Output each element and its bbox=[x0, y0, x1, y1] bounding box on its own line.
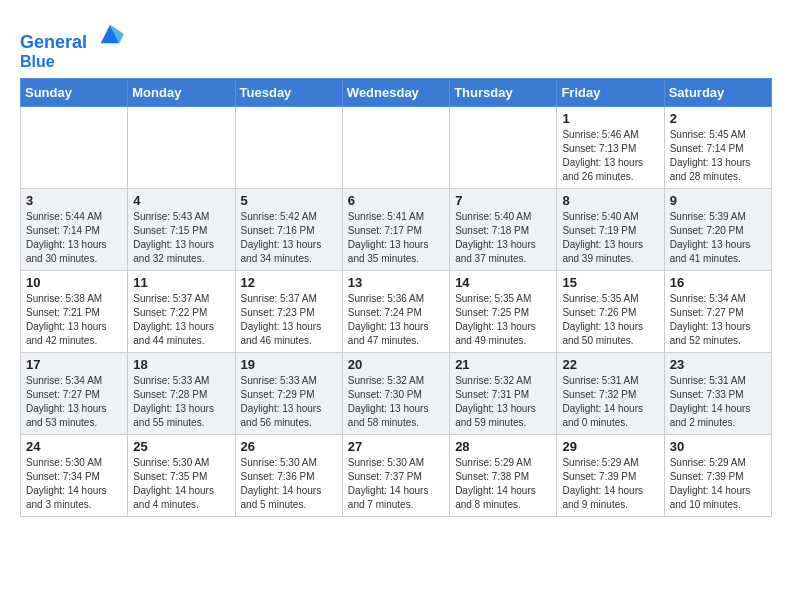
calendar-cell: 5Sunrise: 5:42 AM Sunset: 7:16 PM Daylig… bbox=[235, 189, 342, 271]
calendar-cell: 4Sunrise: 5:43 AM Sunset: 7:15 PM Daylig… bbox=[128, 189, 235, 271]
calendar-week-5: 24Sunrise: 5:30 AM Sunset: 7:34 PM Dayli… bbox=[21, 435, 772, 517]
day-detail: Sunrise: 5:31 AM Sunset: 7:32 PM Dayligh… bbox=[562, 374, 658, 430]
day-detail: Sunrise: 5:40 AM Sunset: 7:18 PM Dayligh… bbox=[455, 210, 551, 266]
calendar-body: 1Sunrise: 5:46 AM Sunset: 7:13 PM Daylig… bbox=[21, 107, 772, 517]
day-detail: Sunrise: 5:34 AM Sunset: 7:27 PM Dayligh… bbox=[670, 292, 766, 348]
calendar-cell bbox=[128, 107, 235, 189]
weekday-tuesday: Tuesday bbox=[235, 79, 342, 107]
day-detail: Sunrise: 5:39 AM Sunset: 7:20 PM Dayligh… bbox=[670, 210, 766, 266]
day-number: 11 bbox=[133, 275, 229, 290]
calendar-table: SundayMondayTuesdayWednesdayThursdayFrid… bbox=[20, 78, 772, 517]
day-detail: Sunrise: 5:33 AM Sunset: 7:29 PM Dayligh… bbox=[241, 374, 337, 430]
calendar-header: SundayMondayTuesdayWednesdayThursdayFrid… bbox=[21, 79, 772, 107]
day-detail: Sunrise: 5:30 AM Sunset: 7:34 PM Dayligh… bbox=[26, 456, 122, 512]
day-detail: Sunrise: 5:30 AM Sunset: 7:36 PM Dayligh… bbox=[241, 456, 337, 512]
logo: General Blue bbox=[20, 20, 124, 70]
calendar-cell bbox=[235, 107, 342, 189]
calendar-cell: 23Sunrise: 5:31 AM Sunset: 7:33 PM Dayli… bbox=[664, 353, 771, 435]
calendar-cell: 10Sunrise: 5:38 AM Sunset: 7:21 PM Dayli… bbox=[21, 271, 128, 353]
calendar-cell: 18Sunrise: 5:33 AM Sunset: 7:28 PM Dayli… bbox=[128, 353, 235, 435]
day-detail: Sunrise: 5:29 AM Sunset: 7:39 PM Dayligh… bbox=[562, 456, 658, 512]
day-number: 10 bbox=[26, 275, 122, 290]
logo-text: General bbox=[20, 20, 124, 53]
day-detail: Sunrise: 5:44 AM Sunset: 7:14 PM Dayligh… bbox=[26, 210, 122, 266]
day-number: 3 bbox=[26, 193, 122, 208]
day-number: 21 bbox=[455, 357, 551, 372]
day-number: 5 bbox=[241, 193, 337, 208]
calendar-cell: 12Sunrise: 5:37 AM Sunset: 7:23 PM Dayli… bbox=[235, 271, 342, 353]
day-number: 26 bbox=[241, 439, 337, 454]
calendar-cell: 2Sunrise: 5:45 AM Sunset: 7:14 PM Daylig… bbox=[664, 107, 771, 189]
day-detail: Sunrise: 5:29 AM Sunset: 7:39 PM Dayligh… bbox=[670, 456, 766, 512]
day-detail: Sunrise: 5:35 AM Sunset: 7:25 PM Dayligh… bbox=[455, 292, 551, 348]
calendar-cell bbox=[342, 107, 449, 189]
day-number: 19 bbox=[241, 357, 337, 372]
calendar-cell: 9Sunrise: 5:39 AM Sunset: 7:20 PM Daylig… bbox=[664, 189, 771, 271]
calendar-cell: 8Sunrise: 5:40 AM Sunset: 7:19 PM Daylig… bbox=[557, 189, 664, 271]
day-number: 7 bbox=[455, 193, 551, 208]
day-number: 1 bbox=[562, 111, 658, 126]
calendar-cell: 21Sunrise: 5:32 AM Sunset: 7:31 PM Dayli… bbox=[450, 353, 557, 435]
day-number: 25 bbox=[133, 439, 229, 454]
calendar-cell: 16Sunrise: 5:34 AM Sunset: 7:27 PM Dayli… bbox=[664, 271, 771, 353]
day-number: 8 bbox=[562, 193, 658, 208]
calendar-week-3: 10Sunrise: 5:38 AM Sunset: 7:21 PM Dayli… bbox=[21, 271, 772, 353]
calendar-cell: 30Sunrise: 5:29 AM Sunset: 7:39 PM Dayli… bbox=[664, 435, 771, 517]
calendar-cell: 26Sunrise: 5:30 AM Sunset: 7:36 PM Dayli… bbox=[235, 435, 342, 517]
day-number: 13 bbox=[348, 275, 444, 290]
day-number: 24 bbox=[26, 439, 122, 454]
day-detail: Sunrise: 5:33 AM Sunset: 7:28 PM Dayligh… bbox=[133, 374, 229, 430]
day-detail: Sunrise: 5:41 AM Sunset: 7:17 PM Dayligh… bbox=[348, 210, 444, 266]
calendar-cell: 14Sunrise: 5:35 AM Sunset: 7:25 PM Dayli… bbox=[450, 271, 557, 353]
calendar-cell: 1Sunrise: 5:46 AM Sunset: 7:13 PM Daylig… bbox=[557, 107, 664, 189]
day-detail: Sunrise: 5:40 AM Sunset: 7:19 PM Dayligh… bbox=[562, 210, 658, 266]
day-detail: Sunrise: 5:43 AM Sunset: 7:15 PM Dayligh… bbox=[133, 210, 229, 266]
calendar-week-2: 3Sunrise: 5:44 AM Sunset: 7:14 PM Daylig… bbox=[21, 189, 772, 271]
page-header: General Blue bbox=[20, 16, 772, 70]
calendar-cell bbox=[450, 107, 557, 189]
day-detail: Sunrise: 5:32 AM Sunset: 7:30 PM Dayligh… bbox=[348, 374, 444, 430]
day-detail: Sunrise: 5:37 AM Sunset: 7:22 PM Dayligh… bbox=[133, 292, 229, 348]
day-detail: Sunrise: 5:42 AM Sunset: 7:16 PM Dayligh… bbox=[241, 210, 337, 266]
calendar-cell: 28Sunrise: 5:29 AM Sunset: 7:38 PM Dayli… bbox=[450, 435, 557, 517]
calendar-week-4: 17Sunrise: 5:34 AM Sunset: 7:27 PM Dayli… bbox=[21, 353, 772, 435]
day-detail: Sunrise: 5:35 AM Sunset: 7:26 PM Dayligh… bbox=[562, 292, 658, 348]
calendar-cell bbox=[21, 107, 128, 189]
day-detail: Sunrise: 5:37 AM Sunset: 7:23 PM Dayligh… bbox=[241, 292, 337, 348]
day-number: 17 bbox=[26, 357, 122, 372]
calendar-cell: 6Sunrise: 5:41 AM Sunset: 7:17 PM Daylig… bbox=[342, 189, 449, 271]
day-detail: Sunrise: 5:29 AM Sunset: 7:38 PM Dayligh… bbox=[455, 456, 551, 512]
day-number: 2 bbox=[670, 111, 766, 126]
calendar-cell: 25Sunrise: 5:30 AM Sunset: 7:35 PM Dayli… bbox=[128, 435, 235, 517]
weekday-saturday: Saturday bbox=[664, 79, 771, 107]
day-number: 27 bbox=[348, 439, 444, 454]
day-detail: Sunrise: 5:46 AM Sunset: 7:13 PM Dayligh… bbox=[562, 128, 658, 184]
day-number: 23 bbox=[670, 357, 766, 372]
day-number: 4 bbox=[133, 193, 229, 208]
day-detail: Sunrise: 5:32 AM Sunset: 7:31 PM Dayligh… bbox=[455, 374, 551, 430]
calendar-week-1: 1Sunrise: 5:46 AM Sunset: 7:13 PM Daylig… bbox=[21, 107, 772, 189]
weekday-thursday: Thursday bbox=[450, 79, 557, 107]
logo-icon bbox=[96, 20, 124, 48]
weekday-monday: Monday bbox=[128, 79, 235, 107]
day-number: 29 bbox=[562, 439, 658, 454]
calendar-cell: 15Sunrise: 5:35 AM Sunset: 7:26 PM Dayli… bbox=[557, 271, 664, 353]
day-number: 12 bbox=[241, 275, 337, 290]
day-number: 16 bbox=[670, 275, 766, 290]
calendar-cell: 13Sunrise: 5:36 AM Sunset: 7:24 PM Dayli… bbox=[342, 271, 449, 353]
calendar-cell: 3Sunrise: 5:44 AM Sunset: 7:14 PM Daylig… bbox=[21, 189, 128, 271]
day-detail: Sunrise: 5:34 AM Sunset: 7:27 PM Dayligh… bbox=[26, 374, 122, 430]
day-number: 15 bbox=[562, 275, 658, 290]
logo-text2: Blue bbox=[20, 53, 124, 71]
day-detail: Sunrise: 5:31 AM Sunset: 7:33 PM Dayligh… bbox=[670, 374, 766, 430]
day-number: 18 bbox=[133, 357, 229, 372]
calendar-cell: 17Sunrise: 5:34 AM Sunset: 7:27 PM Dayli… bbox=[21, 353, 128, 435]
weekday-sunday: Sunday bbox=[21, 79, 128, 107]
day-detail: Sunrise: 5:30 AM Sunset: 7:37 PM Dayligh… bbox=[348, 456, 444, 512]
calendar-cell: 29Sunrise: 5:29 AM Sunset: 7:39 PM Dayli… bbox=[557, 435, 664, 517]
day-detail: Sunrise: 5:36 AM Sunset: 7:24 PM Dayligh… bbox=[348, 292, 444, 348]
day-number: 14 bbox=[455, 275, 551, 290]
calendar-cell: 19Sunrise: 5:33 AM Sunset: 7:29 PM Dayli… bbox=[235, 353, 342, 435]
calendar-cell: 22Sunrise: 5:31 AM Sunset: 7:32 PM Dayli… bbox=[557, 353, 664, 435]
calendar-cell: 20Sunrise: 5:32 AM Sunset: 7:30 PM Dayli… bbox=[342, 353, 449, 435]
